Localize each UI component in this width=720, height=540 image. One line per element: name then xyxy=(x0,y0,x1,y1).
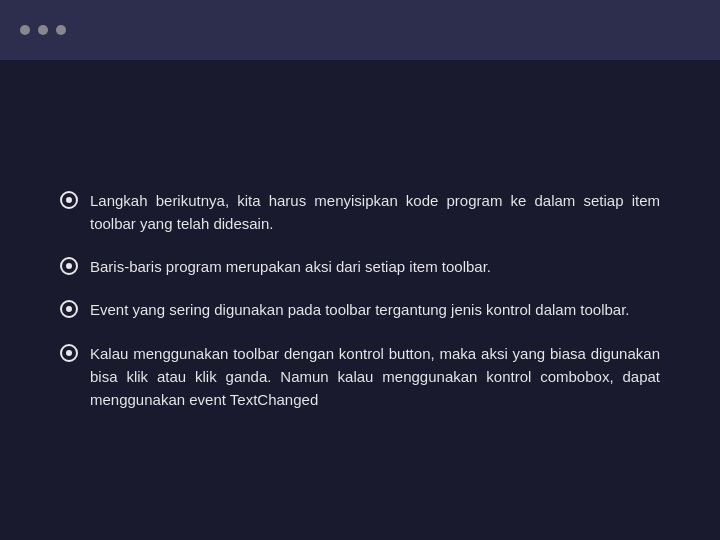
bullet-icon-4 xyxy=(60,344,78,362)
content-area: Langkah berikutnya, kita harus menyisipk… xyxy=(0,60,720,540)
bullet-text-3: Event yang sering digunakan pada toolbar… xyxy=(90,298,660,321)
slide-container: Langkah berikutnya, kita harus menyisipk… xyxy=(0,0,720,540)
list-item: Baris-baris program merupakan aksi dari … xyxy=(60,255,660,278)
bullet-list: Langkah berikutnya, kita harus menyisipk… xyxy=(60,189,660,412)
header-bar xyxy=(0,0,720,60)
bullet-icon-2 xyxy=(60,257,78,275)
dots-container xyxy=(20,25,66,35)
dot-2 xyxy=(38,25,48,35)
bullet-text-4: Kalau menggunakan toolbar dengan kontrol… xyxy=(90,342,660,412)
list-item: Kalau menggunakan toolbar dengan kontrol… xyxy=(60,342,660,412)
list-item: Event yang sering digunakan pada toolbar… xyxy=(60,298,660,321)
dot-3 xyxy=(56,25,66,35)
bullet-icon-3 xyxy=(60,300,78,318)
bullet-icon-1 xyxy=(60,191,78,209)
list-item: Langkah berikutnya, kita harus menyisipk… xyxy=(60,189,660,236)
dot-1 xyxy=(20,25,30,35)
bullet-text-1: Langkah berikutnya, kita harus menyisipk… xyxy=(90,189,660,236)
bullet-text-2: Baris-baris program merupakan aksi dari … xyxy=(90,255,660,278)
